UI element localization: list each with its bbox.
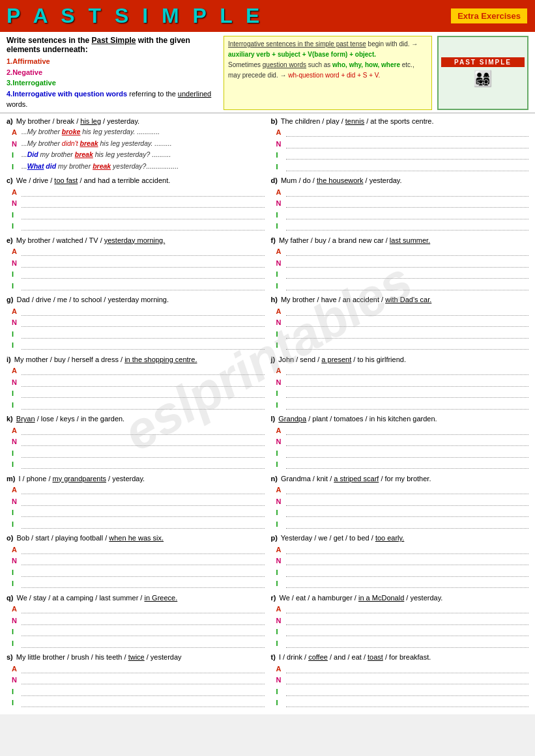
exercise-prompt-k: k) Bryan / lose / keys / in the garden.	[7, 413, 265, 425]
answer-line-i-neg: N	[12, 377, 265, 388]
header: P A S T S I M P L E Extra Exercises	[0, 0, 535, 32]
answer-line-h-aff: A	[276, 306, 529, 317]
exercise-prompt-f: f) My father / buy / a brand new car / l…	[271, 235, 529, 246]
answer-lines-d: A N I I	[276, 187, 529, 232]
exercise-block-n: n) Grandma / knit / a striped scarf / fo…	[271, 473, 529, 531]
exercise-block-f: f) My father / buy / a brand new car / l…	[271, 235, 529, 292]
answer-line-r-aff: A	[276, 604, 529, 615]
answer-line-m-aff: A	[12, 484, 265, 496]
answer-line-t-int: I	[276, 686, 529, 697]
exercise-block-b: b) The children / play / tennis / at the…	[271, 116, 529, 173]
answer-line-q-int: I	[12, 626, 265, 637]
exercise-prompt-e: e) My brother / watched / TV / yesterday…	[7, 235, 265, 246]
answer-line-r-int: I	[276, 626, 529, 637]
numbered-list: 1.Affirmative 2.Negative 3.Interrogative…	[7, 56, 212, 110]
answer-lines-t: A N I I	[276, 664, 529, 708]
exercise-prompt-m: m) I / phone / my grandparents / yesterd…	[7, 473, 265, 484]
answer-lines-l: A N I I	[276, 425, 529, 470]
answer-line-b-aff: A	[276, 127, 529, 138]
exercise-block-p: p) Yesterday / we / get / to bed / too e…	[271, 533, 529, 590]
answer-lines-s: A N I I	[12, 664, 265, 708]
exercise-prompt-p: p) Yesterday / we / get / to bed / too e…	[271, 533, 529, 544]
answer-line-j-intq: I	[276, 400, 529, 411]
exercise-block-d: d) Mum / do / the housework / yesterday.…	[271, 175, 529, 232]
answer-line-k-aff: A	[12, 425, 265, 436]
exercise-prompt-q: q) We / stay / at a camping / last summe…	[7, 593, 265, 604]
exercise-prompt-h: h) My brother / have / an accident / wit…	[271, 294, 529, 305]
answer-lines-k: A N I I	[12, 425, 265, 470]
instruction-title: Write sentences in the Past Simple with …	[7, 36, 212, 54]
exercise-prompt-l: l) Grandpa / plant / tomatoes / in his k…	[271, 413, 529, 425]
exercise-block-r: r) We / eat / a hamburger / in a McDonal…	[271, 593, 529, 650]
answer-line-h-int: I	[276, 329, 529, 340]
answer-lines-n: A N I I	[276, 484, 529, 529]
answer-line-l-intq: I	[276, 459, 529, 470]
answer-line-p-neg: N	[276, 555, 529, 567]
answer-lines-o: A N I I	[12, 544, 265, 589]
answer-line-m-intq: I	[12, 519, 265, 530]
answer-line-i-intq: I	[12, 400, 265, 411]
answer-line-l-aff: A	[276, 425, 529, 436]
answer-lines-i: A N I I	[12, 365, 265, 410]
answer-line-g-intq: I	[12, 340, 265, 351]
answer-line-e-neg: N	[12, 258, 265, 269]
exercise-prompt-r: r) We / eat / a hamburger / in a McDonal…	[271, 593, 529, 604]
answer-line-d-int: I	[276, 210, 529, 221]
answer-line-j-neg: N	[276, 377, 529, 388]
answer-line-t-neg: N	[276, 675, 529, 686]
answer-line-s-neg: N	[12, 675, 265, 686]
answer-line-a-neg: N ...My brother didn't break his leg yes…	[12, 139, 265, 150]
answer-line-c-aff: A	[12, 187, 265, 198]
answer-line-q-intq: I	[12, 638, 265, 649]
answer-line-g-aff: A	[12, 306, 265, 317]
image-placeholder: 👨‍👩‍👧‍👦	[473, 70, 493, 88]
exercise-block-t: t) I / drink / coffee / and / eat / toas…	[271, 652, 529, 709]
answer-line-s-intq: I	[12, 697, 265, 708]
answer-lines-m: A N I I	[12, 484, 265, 529]
answer-line-a-aff: A ...My brother broke his leg yesterday.…	[12, 127, 265, 138]
answer-line-f-neg: N	[276, 258, 529, 269]
answer-line-q-aff: A	[12, 604, 265, 615]
answer-line-j-int: I	[276, 388, 529, 399]
image-box-title: PAST SIMPLE	[441, 57, 525, 67]
example-a-int: ...Did my brother break his leg yesterda…	[22, 150, 171, 160]
answer-lines-b: A N I I	[276, 127, 529, 172]
answer-line-n-int: I	[276, 507, 529, 518]
exercise-prompt-n: n) Grandma / knit / a striped scarf / fo…	[271, 473, 529, 484]
exercise-block-e: e) My brother / watched / TV / yesterday…	[7, 235, 265, 292]
answer-line-c-int: I	[12, 210, 265, 221]
exercise-prompt-b: b) The children / play / tennis / at the…	[271, 116, 529, 127]
answer-line-k-neg: N	[12, 436, 265, 447]
answer-line-n-intq: I	[276, 519, 529, 530]
exercise-prompt-d: d) Mum / do / the housework / yesterday.	[271, 175, 529, 186]
answer-line-p-intq: I	[276, 578, 529, 589]
answer-line-g-int: I	[12, 329, 265, 340]
answer-lines-g: A N I I	[12, 306, 265, 351]
exercise-block-a: a) My brother / break / his leg / yester…	[7, 116, 265, 173]
answer-line-d-intq: I	[276, 221, 529, 232]
answer-line-t-aff: A	[276, 664, 529, 675]
exercise-prompt-g: g) Dad / drive / me / to school / yester…	[7, 294, 265, 305]
answer-line-d-neg: N	[276, 198, 529, 209]
answer-line-q-neg: N	[12, 615, 265, 626]
answer-line-m-neg: N	[12, 496, 265, 507]
answer-line-e-intq: I	[12, 281, 265, 292]
hint-text-1: Interrogative sentences in the simple pa…	[228, 39, 427, 60]
answer-line-c-neg: N	[12, 198, 265, 209]
answer-line-t-intq: I	[276, 697, 529, 708]
answer-lines-h: A N I I	[276, 306, 529, 351]
answer-lines-q: A N I I	[12, 604, 265, 649]
hint-text-2: Sometimes question words such as who, wh…	[228, 60, 427, 81]
exercise-block-k: k) Bryan / lose / keys / in the garden. …	[7, 413, 265, 471]
answer-line-i-aff: A	[12, 365, 265, 376]
answer-line-l-int: I	[276, 448, 529, 459]
example-a-aff: ...My brother broke his leg yesterday. .…	[22, 127, 160, 137]
answer-line-p-int: I	[276, 567, 529, 578]
answer-line-b-intq: I	[276, 161, 529, 173]
exercise-block-m: m) I / phone / my grandparents / yesterd…	[7, 473, 265, 531]
exercise-prompt-t: t) I / drink / coffee / and / eat / toas…	[271, 652, 529, 663]
exercise-block-g: g) Dad / drive / me / to school / yester…	[7, 294, 265, 352]
list-item: 4.Interrogative with question words refe…	[7, 89, 212, 110]
exercise-prompt-i: i) My mother / buy / herself a dress / i…	[7, 354, 265, 365]
exercise-block-l: l) Grandpa / plant / tomatoes / in his k…	[271, 413, 529, 471]
